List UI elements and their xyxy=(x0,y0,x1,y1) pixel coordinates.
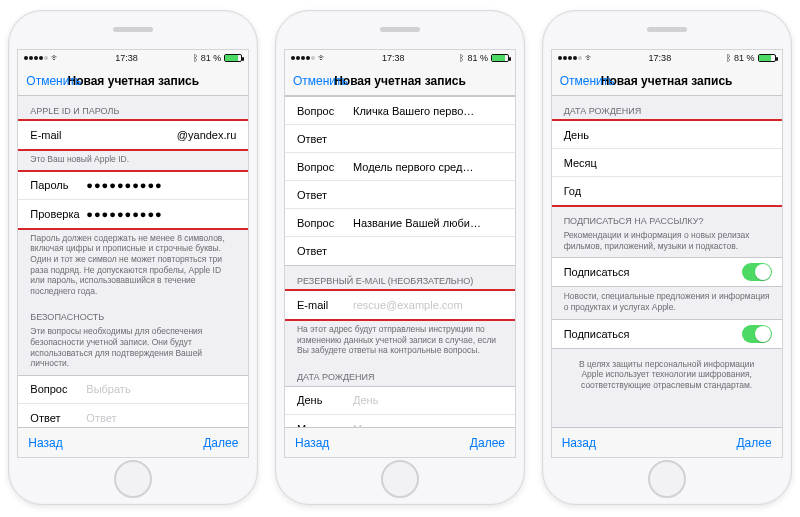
back-button[interactable]: Назад xyxy=(295,436,329,450)
signal-icon xyxy=(558,56,582,60)
bluetooth-icon: ᛒ xyxy=(193,54,198,63)
month-cell[interactable]: Месяц Месяц xyxy=(285,415,515,427)
section-security: БЕЗОПАСНОСТЬ xyxy=(18,302,248,326)
wifi-icon: ᯤ xyxy=(585,54,594,63)
q3-value: Название Вашей люби… xyxy=(353,217,503,229)
password-value: ●●●●●●●●●● xyxy=(86,179,236,191)
question-cell[interactable]: Вопрос Выбрать xyxy=(18,376,248,404)
content: ДАТА РОЖДЕНИЯ День Месяц Год ПОДПИСАТЬСЯ… xyxy=(552,96,782,427)
phone-1: ᯤ 17:38 ᛒ 81 % Отменить Новая учетная за… xyxy=(8,10,258,505)
verify-value: ●●●●●●●●●● xyxy=(86,208,236,220)
wifi-icon: ᯤ xyxy=(318,54,327,63)
content: APPLE ID И ПАРОЛЬ E-mail @yandex.ru Это … xyxy=(18,96,248,427)
security-group: Вопрос Выбрать Ответ Ответ xyxy=(18,375,248,427)
qa-group: Вопрос Кличка Вашего перво… Ответ Вопрос… xyxy=(285,96,515,266)
battery-percent: 81 % xyxy=(467,53,488,63)
status-bar: ᯤ 17:38 ᛒ 81 % xyxy=(285,50,515,66)
month-value: Месяц xyxy=(353,423,503,427)
a1-label: Ответ xyxy=(297,133,353,145)
q3-cell[interactable]: Вопрос Название Вашей люби… xyxy=(285,209,515,237)
cancel-button[interactable]: Отменить xyxy=(293,74,348,88)
q2-cell[interactable]: Вопрос Модель первого сред… xyxy=(285,153,515,181)
email-footer: Это Ваш новый Apple ID. xyxy=(18,150,248,171)
a2-label: Ответ xyxy=(297,189,353,201)
clock: 17:38 xyxy=(382,53,405,63)
status-bar: ᯤ 17:38 ᛒ 81 % xyxy=(18,50,248,66)
section-birth: ДАТА РОЖДЕНИЯ xyxy=(552,96,782,120)
nav-bar: Отменить Новая учетная запись xyxy=(18,66,248,96)
cancel-button[interactable]: Отменить xyxy=(560,74,615,88)
next-button[interactable]: Далее xyxy=(736,436,771,450)
sub2-footer: Новости, специальные предложения и инфор… xyxy=(552,287,782,318)
answer-cell[interactable]: Ответ Ответ xyxy=(18,404,248,427)
q2-value: Модель первого сред… xyxy=(353,161,503,173)
status-bar: ᯤ 17:38 ᛒ 81 % xyxy=(552,50,782,66)
q1-value: Кличка Вашего перво… xyxy=(353,105,503,117)
month-label: Месяц xyxy=(297,423,353,427)
battery-icon xyxy=(491,54,509,62)
rescue-label: E-mail xyxy=(297,299,353,311)
month-cell[interactable]: Месяц xyxy=(552,149,782,177)
sub2-group: Подписаться xyxy=(552,319,782,349)
a3-cell[interactable]: Ответ xyxy=(285,237,515,265)
battery-percent: 81 % xyxy=(201,53,222,63)
battery-percent: 81 % xyxy=(734,53,755,63)
rescue-cell[interactable]: E-mail rescue@example.com xyxy=(285,291,515,319)
rescue-footer: На этот адрес будут отправлены инструкци… xyxy=(285,320,515,362)
email-cell[interactable]: E-mail @yandex.ru xyxy=(18,121,248,149)
page-title: Новая учетная запись xyxy=(67,74,199,88)
next-button[interactable]: Далее xyxy=(203,436,238,450)
section-subscribe: ПОДПИСАТЬСЯ НА РАССЫЛКУ? xyxy=(552,206,782,230)
signal-icon xyxy=(291,56,315,60)
nav-bar: Отменить Новая учетная запись xyxy=(552,66,782,96)
section-apple-id: APPLE ID И ПАРОЛЬ xyxy=(18,96,248,120)
battery-icon xyxy=(224,54,242,62)
back-button[interactable]: Назад xyxy=(28,436,62,450)
battery-icon xyxy=(758,54,776,62)
year-label: Год xyxy=(564,185,620,197)
a2-cell[interactable]: Ответ xyxy=(285,181,515,209)
password-cell[interactable]: Пароль ●●●●●●●●●● xyxy=(18,172,248,200)
password-label: Пароль xyxy=(30,179,86,191)
sub2-cell[interactable]: Подписаться xyxy=(552,320,782,348)
footer-bar: Назад Далее xyxy=(552,427,782,457)
day-cell[interactable]: День День xyxy=(285,387,515,415)
day-label: День xyxy=(297,394,353,406)
sub2-toggle[interactable] xyxy=(742,325,772,343)
question-value: Выбрать xyxy=(86,383,236,395)
bluetooth-icon: ᛒ xyxy=(459,54,464,63)
day-cell[interactable]: День xyxy=(552,121,782,149)
clock: 17:38 xyxy=(115,53,138,63)
q3-label: Вопрос xyxy=(297,217,353,229)
year-cell[interactable]: Год xyxy=(552,177,782,205)
day-value: День xyxy=(353,394,503,406)
verify-cell[interactable]: Проверка ●●●●●●●●●● xyxy=(18,200,248,228)
phone-2: ᯤ 17:38 ᛒ 81 % Отменить Новая учетная за… xyxy=(275,10,525,505)
screen: ᯤ 17:38 ᛒ 81 % Отменить Новая учетная за… xyxy=(17,49,249,458)
sub1-cell[interactable]: Подписаться xyxy=(552,258,782,286)
birth-group: День День Месяц Месяц xyxy=(285,386,515,427)
sub1-group: Подписаться xyxy=(552,257,782,287)
security-footer: Эти вопросы необходимы для обеспечения б… xyxy=(18,326,248,375)
sub1-label: Подписаться xyxy=(564,266,630,278)
page-title: Новая учетная запись xyxy=(601,74,733,88)
answer-placeholder: Ответ xyxy=(86,412,236,424)
back-button[interactable]: Назад xyxy=(562,436,596,450)
question-label: Вопрос xyxy=(30,383,86,395)
sub1-toggle[interactable] xyxy=(742,263,772,281)
sub1-footer: Рекомендации и информация о новых релиза… xyxy=(552,230,782,257)
q2-label: Вопрос xyxy=(297,161,353,173)
section-birth: ДАТА РОЖДЕНИЯ xyxy=(285,362,515,386)
next-button[interactable]: Далее xyxy=(470,436,505,450)
cancel-button[interactable]: Отменить xyxy=(26,74,81,88)
rescue-value: rescue@example.com xyxy=(353,299,503,311)
privacy-note: В целях защиты персональной информации A… xyxy=(552,349,782,401)
answer-label: Ответ xyxy=(30,412,86,424)
q1-cell[interactable]: Вопрос Кличка Вашего перво… xyxy=(285,97,515,125)
a1-cell[interactable]: Ответ xyxy=(285,125,515,153)
screen: ᯤ 17:38 ᛒ 81 % Отменить Новая учетная за… xyxy=(551,49,783,458)
email-label: E-mail xyxy=(30,129,86,141)
nav-bar: Отменить Новая учетная запись xyxy=(285,66,515,96)
rescue-group: E-mail rescue@example.com xyxy=(285,290,515,320)
email-value: @yandex.ru xyxy=(86,129,236,141)
